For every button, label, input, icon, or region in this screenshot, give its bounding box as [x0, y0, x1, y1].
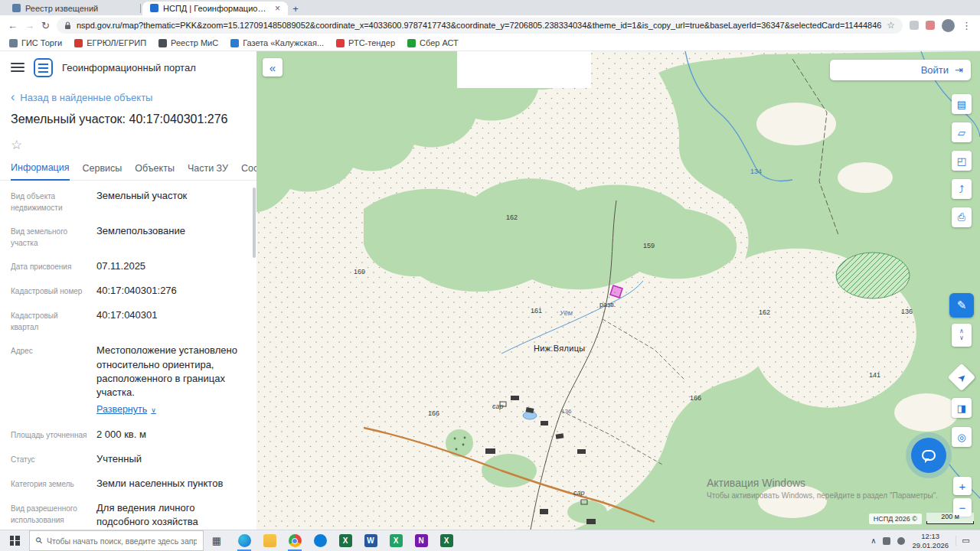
onenote-icon: N [415, 534, 428, 547]
taskbar-app-edge[interactable] [233, 530, 256, 551]
bookmark-label: ЕГРЮЛ/ЕГРИП [87, 38, 146, 47]
map-tool-panel-icon[interactable]: ◨ [952, 398, 972, 418]
zoom-in-button[interactable]: + [953, 477, 972, 495]
menu-hamburger-icon[interactable] [11, 63, 24, 72]
login-button[interactable]: Войти ⇥ [830, 60, 971, 80]
forward-icon[interactable]: → [24, 20, 34, 31]
map-tool-measure-area-icon[interactable]: ◰ [952, 151, 972, 171]
blue-app-icon [314, 534, 327, 547]
taskbar-search-box[interactable]: ⚲ [29, 530, 204, 551]
taskbar-clock[interactable]: 12:13 29.01.2026 [912, 532, 949, 550]
tab-parcel-parts[interactable]: Части ЗУ [188, 163, 228, 180]
field-permitted-use: Вид разрешенного использования Для веден… [11, 496, 246, 530]
bookmarks-bar: ГИС Торги ЕГРЮЛ/ЕГРИП Реестр МиС Газета … [0, 35, 980, 51]
extension-icon[interactable] [910, 21, 919, 30]
bookmark-label: Сбер АСТ [420, 38, 459, 47]
bookmark-favicon [158, 39, 167, 47]
windows-logo-icon [10, 536, 20, 546]
map-tool-draw-active-icon[interactable]: ✎ [949, 293, 974, 318]
info-fields: Вид объекта недвижимости Земельный участ… [0, 181, 256, 530]
profile-avatar[interactable] [942, 19, 955, 32]
taskbar-app-chrome[interactable] [283, 530, 306, 551]
panel-tabs: Информация Сервисы Объекты Части ЗУ Сост… [0, 153, 256, 181]
bookmark-item[interactable]: Сбер АСТ [407, 38, 459, 47]
taskbar-app-excel-2[interactable]: X [435, 530, 458, 551]
taskbar-app-sheets[interactable]: X [384, 530, 407, 551]
map-tool-ruler-icon[interactable]: ▱ [952, 122, 972, 142]
back-link-label: Назад в найденные объекты [20, 92, 152, 103]
bookmark-item[interactable]: Реестр МиС [158, 38, 218, 47]
field-cadastral-number: Кадастровый номер 40:17:040301:276 [11, 279, 246, 303]
nspd-logo[interactable] [34, 58, 53, 77]
back-icon[interactable]: ← [8, 20, 18, 31]
bookmark-item[interactable]: ЕГРЮЛ/ЕГРИП [74, 38, 146, 47]
panel-scrollbar[interactable] [253, 187, 256, 258]
taskbar-search-input[interactable] [47, 536, 197, 546]
bookmark-label: РТС-тендер [348, 38, 395, 47]
chat-support-button[interactable] [911, 438, 946, 473]
expand-label: Развернуть [96, 403, 147, 417]
watermark-line-1: Активация Windows [707, 477, 938, 489]
tab-information[interactable]: Информация [11, 162, 70, 181]
map-region: 134 162 159 169 161 Уём разв. 162 136 14… [256, 51, 980, 530]
tab-favicon [12, 4, 21, 12]
map-white-tile [457, 51, 591, 88]
elevation-label: 134 [750, 168, 762, 175]
tray-network-icon[interactable] [883, 537, 890, 545]
back-to-results-link[interactable]: ‹ Назад в найденные объекты [0, 83, 256, 103]
browser-tab-1[interactable]: Реестр извещений [5, 2, 139, 15]
tray-volume-icon[interactable] [897, 537, 905, 545]
browser-menu-icon[interactable]: ⋮ [962, 20, 972, 31]
field-label: Дата присвоения [11, 259, 87, 273]
app-title: Геоинформационный портал [62, 62, 196, 73]
taskbar-app-word[interactable]: W [359, 530, 382, 551]
bookmark-star-icon[interactable]: ☆ [887, 20, 895, 31]
url-input[interactable] [77, 21, 881, 30]
chevron-down-icon[interactable]: ∨ [959, 335, 964, 342]
bookmark-item[interactable]: Газета «Калужская... [230, 38, 324, 47]
reload-icon[interactable]: ↻ [41, 20, 50, 31]
map-tool-share-icon[interactable]: ⤴ [952, 179, 972, 199]
browser-tab-2-active[interactable]: НСПД | Геоинформационный п × [142, 2, 288, 15]
bookmark-item[interactable]: РТС-тендер [336, 38, 395, 47]
expand-address-link[interactable]: Развернуть ∨ [96, 403, 156, 417]
bookmark-item[interactable]: ГИС Торги [9, 38, 62, 47]
start-button[interactable] [0, 530, 29, 551]
taskbar-app-file-explorer[interactable] [258, 530, 281, 551]
elevation-label: 141 [869, 371, 880, 379]
lock-icon [64, 21, 71, 30]
tray-chevron-up-icon[interactable]: ∧ [871, 536, 876, 545]
tab-objects[interactable]: Объекты [135, 163, 175, 180]
taskbar-app-blue[interactable] [309, 530, 332, 551]
collapse-panel-button[interactable]: « [263, 58, 283, 77]
task-view-icon[interactable]: ▦ [204, 530, 230, 551]
map-tool-scroll-icons[interactable]: ∧ ∨ [952, 324, 972, 347]
map-tool-layers-icon[interactable]: ▤ [952, 94, 972, 114]
notification-center-icon[interactable]: ▭ [956, 536, 975, 546]
chevron-down-icon: ∨ [151, 406, 156, 416]
field-label: Адрес [11, 344, 87, 416]
favorite-star-icon[interactable]: ☆ [0, 126, 256, 153]
bookmark-label: Газета «Калужская... [243, 38, 324, 47]
taskbar-app-excel[interactable]: X [334, 530, 357, 551]
new-tab-button[interactable]: + [288, 2, 303, 15]
address-bar[interactable]: ☆ [57, 18, 903, 34]
field-label: Кадастровый номер [11, 284, 87, 298]
tab-services[interactable]: Сервисы [83, 163, 122, 180]
stream-name-label: Уём [560, 309, 573, 317]
tab-composition[interactable]: Соста [241, 163, 256, 180]
object-info-panel: Геоинформационный портал ‹ Назад в найде… [0, 51, 256, 530]
tab-close-icon[interactable]: × [275, 3, 280, 14]
barn-label: сар [492, 403, 504, 410]
map-tool-orientation-icon[interactable]: ◎ [952, 427, 972, 447]
edge-icon [238, 534, 251, 547]
elevation-label: 169 [354, 268, 365, 276]
field-value: 40:17:040301 [96, 308, 246, 333]
field-label: Кадастровый квартал [11, 308, 87, 333]
extension-icon[interactable] [926, 21, 935, 30]
field-object-type: Вид объекта недвижимости Земельный участ… [11, 184, 246, 219]
map-tool-print-icon[interactable]: ⎙ [952, 207, 972, 227]
taskbar-app-onenote[interactable]: N [410, 530, 433, 551]
map-canvas[interactable] [256, 51, 980, 530]
field-label: Категория земель [11, 477, 87, 491]
